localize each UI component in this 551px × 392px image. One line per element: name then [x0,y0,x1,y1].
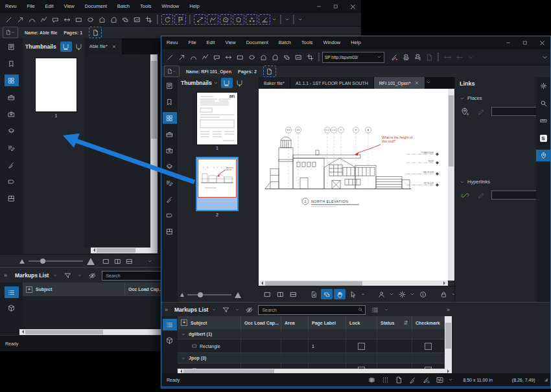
fileprops-icon[interactable] [163,80,177,91]
stampb-icon[interactable] [412,52,423,62]
chev-icon[interactable] [297,14,303,25]
fg-places-input[interactable] [491,107,537,116]
case-icon[interactable] [5,108,19,120]
penb-icon[interactable] [420,375,432,385]
fg-edit-place-icon[interactable] [475,106,487,117]
bg-maximize-button[interactable] [327,0,344,13]
arc-icon[interactable] [26,14,38,25]
fg-hyperlinks-section-header[interactable]: Hyperlinks [467,179,490,185]
menu-batch[interactable]: Batch [112,0,135,13]
fg-markups-expand-right-icon[interactable]: » [447,306,450,313]
polyline-icon[interactable] [38,14,49,25]
toolbox-icon[interactable] [163,128,177,140]
menu-window[interactable]: Window [157,0,185,13]
grid4-icon[interactable] [163,112,177,124]
line-icon[interactable] [164,52,176,62]
cloud-icon[interactable] [108,14,119,25]
bg-new-document-button[interactable] [89,27,102,38]
fg-add-hyperlink-icon[interactable] [459,190,471,200]
menu-file[interactable]: File [22,0,40,13]
polyline-icon[interactable] [199,52,211,62]
doc-icon[interactable] [393,375,404,385]
shape-icon[interactable] [5,176,19,187]
markup-item-row[interactable]: Image2 [178,363,445,369]
fg-dock-bottom-icon[interactable] [221,78,233,88]
bg-filter-icon[interactable] [62,270,73,281]
bookmark-icon[interactable] [5,58,19,69]
image-icon[interactable] [292,52,304,62]
bg-thumbnail-size-slider[interactable] [29,260,83,262]
bg-canvas-hscrollbar[interactable] [91,248,158,253]
fg-markups-search-input[interactable] [261,307,358,313]
fg-hyperlinks-input[interactable] [491,190,537,200]
fg-columns-menu-icon[interactable] [369,305,381,315]
doc-icon[interactable] [423,52,435,62]
image-icon[interactable] [131,14,143,25]
fg-maximize-button[interactable] [517,36,533,49]
chev-icon[interactable] [388,289,395,299]
crop-icon[interactable] [143,14,154,25]
sun-icon[interactable] [396,289,408,299]
snapshot-icon[interactable] [281,52,292,62]
chev-icon[interactable] [360,289,366,299]
bg-view-more-icon[interactable] [144,256,156,266]
fg-page-canvas[interactable]: H.8F.8D.4C.6CBA TOWER ROOFROOF2ND FLOOR1… [259,89,448,281]
pin-icon[interactable] [536,150,550,161]
swap-icon[interactable] [434,375,445,385]
ruler-icon[interactable] [536,115,550,126]
mangle-icon[interactable] [259,14,270,25]
fg-markups-vscrollbar[interactable] [445,316,452,369]
document-tab-1[interactable]: A1.1.1 - 1ST FLOOR PLAN SOUTH [290,77,374,89]
bg-minimize-button[interactable] [311,0,327,13]
arrow-icon[interactable] [176,52,187,62]
fg-new-document-button[interactable] [263,65,276,77]
mlist-icon[interactable] [5,142,19,154]
column-header-checkmark[interactable]: Checkmark [412,316,445,329]
shape-icon[interactable] [163,209,177,221]
fg-minimize-button[interactable] [500,36,517,49]
markup-group-row[interactable]: Jpop (3) [178,353,445,363]
split1-icon[interactable] [261,289,273,299]
fg-filter-icon[interactable] [220,305,231,315]
pen-icon[interactable] [406,375,418,385]
bg-zoom-in-icon[interactable] [87,258,95,265]
gear-icon[interactable] [536,80,550,91]
bg-hide-markups-icon[interactable] [86,270,98,281]
fg-edit-hyperlink-icon[interactable] [475,190,487,200]
lock-checkbox[interactable] [358,343,365,350]
bg-page-thumbnail-1[interactable] [36,58,76,111]
fg-file-menu-button[interactable] [164,65,180,77]
menulist-icon[interactable] [5,286,19,298]
menu-view[interactable]: View [220,36,241,49]
column-header-subject[interactable]: +Subject [23,282,125,296]
chev-icon[interactable] [539,52,550,62]
chev-icon[interactable] [409,289,416,299]
bg-tab-close-icon[interactable] [111,44,117,49]
rotate-icon[interactable] [161,14,173,25]
line-icon[interactable] [3,14,14,25]
fg-markups-expand-left-icon[interactable]: » [165,306,168,313]
fg-resize-grip[interactable]: ◢ [545,377,548,382]
bg-close-button[interactable] [344,0,361,13]
spaces-icon[interactable] [163,225,177,237]
ellipse-icon[interactable] [84,14,96,25]
arrow-icon[interactable] [14,14,26,25]
spen-icon[interactable] [388,52,400,62]
ellipse-icon[interactable] [246,52,257,62]
checkmark-checkbox[interactable] [425,343,432,350]
mlist-icon[interactable] [163,177,177,189]
tab-close-icon[interactable] [414,80,419,86]
bg-single-view-icon[interactable] [100,256,111,266]
split2-icon[interactable] [274,289,286,299]
tab-overflow-icon[interactable] [425,77,432,87]
S-icon[interactable]: S [536,132,550,144]
case-icon[interactable] [163,144,177,156]
fg-close-button[interactable] [533,36,550,49]
pagesave-icon[interactable] [308,289,320,299]
search-icon[interactable] [536,97,550,109]
bookmark-icon[interactable] [163,96,177,108]
menu-edit[interactable]: Edit [202,36,220,49]
callout-icon[interactable] [49,14,61,25]
column-header-lock[interactable]: Lock [346,316,377,329]
polygon-icon[interactable] [96,14,108,25]
